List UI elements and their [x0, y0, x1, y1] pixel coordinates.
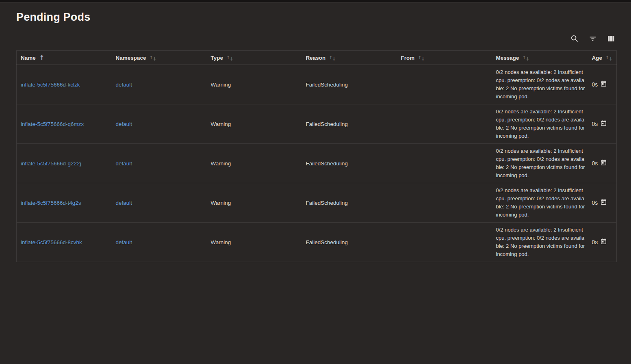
table-toolbar [16, 33, 617, 45]
column-header-name[interactable]: Name↑ [17, 51, 112, 65]
table-row: inflate-5c5f75666d-q6mzx default Warning… [17, 104, 617, 144]
column-label: Message [496, 55, 519, 61]
pod-name-link[interactable]: inflate-5c5f75666d-g222j [21, 160, 81, 167]
reason-cell: FailedScheduling [302, 104, 397, 144]
calendar-icon [600, 199, 607, 207]
column-label: Age [592, 55, 603, 61]
column-label: Reason [306, 55, 326, 61]
message-cell: 0/2 nodes are available: 2 Insufficient … [492, 183, 588, 223]
message-cell: 0/2 nodes are available: 2 Insufficient … [492, 144, 588, 183]
from-cell [397, 223, 492, 262]
sort-icon[interactable]: ↑↓ [605, 56, 612, 61]
columns-icon [607, 34, 616, 44]
type-cell: Warning [207, 104, 302, 144]
column-label: Name [21, 55, 36, 61]
reason-cell: FailedScheduling [302, 183, 397, 223]
column-label: Namespace [116, 55, 146, 61]
age-cell: 0s [588, 183, 617, 223]
search-button[interactable] [569, 33, 580, 45]
age-value: 0s [592, 160, 598, 167]
sort-icon[interactable]: ↑↓ [329, 56, 335, 61]
pod-name-link[interactable]: inflate-5c5f75666d-t4g2s [21, 200, 81, 206]
sort-icon[interactable]: ↑↓ [150, 56, 156, 61]
window-top-edge [0, 0, 631, 2]
calendar-icon [600, 80, 607, 89]
message-cell: 0/2 nodes are available: 2 Insufficient … [492, 104, 588, 144]
column-header-message[interactable]: Message↑↓ [492, 51, 588, 65]
from-cell [397, 144, 492, 183]
table-row: inflate-5c5f75666d-t4g2s default Warning… [17, 183, 617, 223]
namespace-link[interactable]: default [116, 82, 132, 88]
type-cell: Warning [207, 144, 302, 183]
namespace-link[interactable]: default [116, 160, 132, 167]
namespace-link[interactable]: default [116, 121, 132, 127]
column-header-from[interactable]: From↑↓ [397, 51, 492, 65]
message-cell: 0/2 nodes are available: 2 Insufficient … [492, 223, 588, 262]
from-cell [397, 65, 492, 104]
column-label: Type [211, 55, 223, 61]
column-header-age[interactable]: Age↑↓ [588, 51, 617, 65]
sort-icon[interactable]: ↑↓ [418, 56, 424, 61]
age-value: 0s [592, 199, 598, 206]
table-row: inflate-5c5f75666d-8cvhk default Warning… [17, 223, 617, 262]
page-title: Pending Pods [16, 11, 617, 24]
from-cell [397, 104, 492, 144]
message-cell: 0/2 nodes are available: 2 Insufficient … [492, 65, 588, 104]
namespace-link[interactable]: default [116, 239, 132, 245]
reason-cell: FailedScheduling [302, 65, 397, 104]
column-header-type[interactable]: Type↑↓ [207, 51, 302, 65]
reason-cell: FailedScheduling [302, 223, 397, 262]
pod-name-link[interactable]: inflate-5c5f75666d-q6mzx [21, 121, 84, 127]
sort-icon[interactable]: ↑↓ [226, 56, 233, 61]
age-cell: 0s [588, 223, 617, 262]
type-cell: Warning [207, 183, 302, 223]
calendar-icon [600, 159, 607, 167]
type-cell: Warning [207, 65, 302, 104]
pending-pods-table: Name↑ Namespace↑↓ Type↑↓ Reason↑↓ From↑↓… [16, 50, 617, 262]
calendar-icon [600, 120, 607, 128]
main-content: Pending Pods [0, 11, 631, 262]
table-header-row: Name↑ Namespace↑↓ Type↑↓ Reason↑↓ From↑↓… [17, 51, 617, 65]
filter-button[interactable] [587, 33, 598, 45]
column-label: From [401, 55, 415, 61]
filter-icon [588, 34, 597, 44]
column-header-namespace[interactable]: Namespace↑↓ [112, 51, 207, 65]
age-cell: 0s [588, 65, 617, 104]
age-cell: 0s [588, 144, 617, 183]
pod-name-link[interactable]: inflate-5c5f75666d-kclzk [21, 82, 80, 88]
calendar-icon [600, 238, 607, 246]
reason-cell: FailedScheduling [302, 144, 397, 183]
age-value: 0s [592, 81, 598, 88]
age-value: 0s [592, 239, 598, 245]
sort-asc-icon[interactable]: ↑ [39, 54, 45, 61]
column-header-reason[interactable]: Reason↑↓ [302, 51, 397, 65]
search-icon [570, 34, 579, 44]
type-cell: Warning [207, 223, 302, 262]
from-cell [397, 183, 492, 223]
age-value: 0s [592, 121, 598, 127]
table-row: inflate-5c5f75666d-g222j default Warning… [17, 144, 617, 183]
namespace-link[interactable]: default [116, 200, 132, 206]
table-row: inflate-5c5f75666d-kclzk default Warning… [17, 65, 617, 104]
age-cell: 0s [588, 104, 617, 144]
pod-name-link[interactable]: inflate-5c5f75666d-8cvhk [21, 239, 82, 245]
sort-icon[interactable]: ↑↓ [523, 56, 529, 61]
columns-button[interactable] [605, 33, 617, 45]
